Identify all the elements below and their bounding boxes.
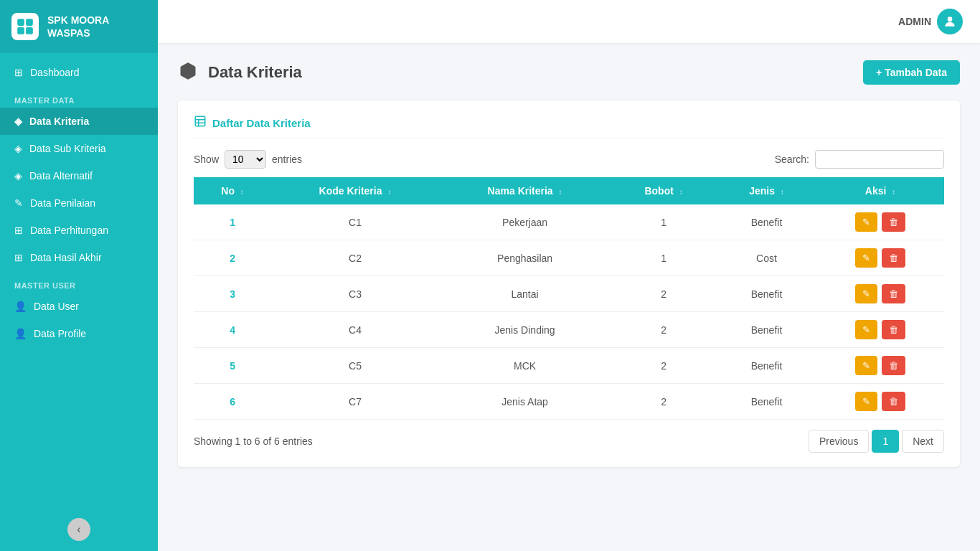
edit-button[interactable]: ✎ (855, 284, 877, 303)
delete-button[interactable]: 🗑 (882, 284, 905, 303)
sort-icon-jenis: ↕ (781, 188, 784, 196)
cell-nama: Jenis Dinding (439, 312, 611, 348)
sidebar-label-data-profile: Data Profile (34, 328, 86, 339)
table-footer: Showing 1 to 6 of 6 entries Previous 1 N… (194, 430, 944, 453)
sidebar-label-data-user: Data User (34, 301, 79, 312)
show-entries: Show 10 25 50 100 entries (194, 150, 302, 169)
sidebar-item-data-penilaian[interactable]: ✎ Data Penilaian (0, 189, 158, 217)
sidebar-collapse[interactable]: ‹ (0, 508, 158, 551)
app-name: SPK MOORAWASPAS (47, 14, 109, 39)
hasil-icon: ⊞ (14, 252, 23, 263)
sidebar-item-data-user[interactable]: 👤 Data User (0, 293, 158, 320)
sidebar-item-dashboard[interactable]: ⊞ Dashboard (0, 59, 158, 86)
cell-no: 2 (194, 240, 271, 276)
sidebar-item-data-kriteria[interactable]: ◈ Data Kriteria (0, 108, 158, 135)
cell-bobot: 1 (611, 204, 717, 240)
sort-icon-no: ↕ (240, 188, 244, 196)
page-1-button[interactable]: 1 (872, 430, 899, 453)
cell-bobot: 2 (611, 276, 717, 312)
delete-button[interactable]: 🗑 (882, 356, 905, 375)
username-label: ADMIN (898, 16, 931, 27)
cell-bobot: 1 (611, 240, 717, 276)
edit-button[interactable]: ✎ (855, 320, 877, 339)
add-data-button[interactable]: + Tambah Data (863, 60, 960, 85)
cell-nama: MCK (439, 348, 611, 384)
sidebar-item-data-hasil-akhir[interactable]: ⊞ Data Hasil Akhir (0, 244, 158, 271)
cell-bobot: 2 (611, 312, 717, 348)
cell-kode: C4 (271, 312, 439, 348)
col-no: No ↕ (194, 177, 271, 204)
data-table: No ↕ Kode Kriteria ↕ Nama Kriteria ↕ B (194, 177, 944, 420)
svg-rect-0 (17, 19, 24, 26)
collapse-circle-btn[interactable]: ‹ (67, 518, 90, 541)
col-aksi: Aksi ↕ (816, 177, 944, 204)
sidebar-logo: SPK MOORAWASPAS (0, 0, 158, 53)
avatar (937, 9, 963, 34)
cell-bobot: 2 (611, 348, 717, 384)
card-title: Daftar Data Kriteria (212, 117, 311, 129)
previous-button[interactable]: Previous (809, 430, 869, 453)
cell-no: 5 (194, 348, 271, 384)
content-area: Data Kriteria + Tambah Data Daftar Data … (158, 43, 980, 551)
topbar-user: ADMIN (898, 9, 963, 34)
entries-select[interactable]: 10 25 50 100 (225, 150, 266, 169)
delete-button[interactable]: 🗑 (882, 248, 905, 268)
table-controls: Show 10 25 50 100 entries Search: (194, 150, 944, 169)
cell-kode: C7 (271, 384, 439, 420)
page-header: Data Kriteria + Tambah Data (178, 60, 960, 85)
cell-no: 6 (194, 384, 271, 420)
cell-kode: C3 (271, 276, 439, 312)
delete-button[interactable]: 🗑 (882, 320, 905, 339)
sidebar-item-data-profile[interactable]: 👤 Data Profile (0, 320, 158, 347)
search-input[interactable] (815, 150, 944, 169)
cell-jenis: Cost (717, 240, 816, 276)
edit-button[interactable]: ✎ (855, 356, 877, 375)
table-row: 3 C3 Lantai 2 Benefit ✎ 🗑 (194, 276, 944, 312)
cell-aksi: ✎ 🗑 (816, 312, 944, 348)
table-row: 5 C5 MCK 2 Benefit ✎ 🗑 (194, 348, 944, 384)
sort-icon-nama: ↕ (559, 188, 562, 196)
table-icon (194, 115, 207, 131)
cell-aksi: ✎ 🗑 (816, 204, 944, 240)
logo-icon (11, 13, 39, 40)
next-button[interactable]: Next (902, 430, 944, 453)
cell-aksi: ✎ 🗑 (816, 276, 944, 312)
sidebar-item-data-perhitungan[interactable]: ⊞ Data Perhitungan (0, 217, 158, 244)
sidebar-label-data-alternatif: Data Alternatif (29, 170, 93, 182)
delete-button[interactable]: 🗑 (882, 212, 905, 232)
perhitungan-icon: ⊞ (14, 225, 23, 236)
table-body: 1 C1 Pekerjaan 1 Benefit ✎ 🗑 2 C2 Pengha… (194, 204, 944, 420)
pagination: Previous 1 Next (809, 430, 944, 453)
page-title-wrap: Data Kriteria (178, 61, 302, 84)
cell-nama: Pekerjaan (439, 204, 611, 240)
sidebar-nav: ⊞ Dashboard MASTER DATA ◈ Data Kriteria … (0, 53, 158, 508)
page-title-icon (178, 61, 201, 84)
edit-button[interactable]: ✎ (855, 212, 877, 232)
sidebar-label-dashboard: Dashboard (30, 67, 80, 78)
table-row: 4 C4 Jenis Dinding 2 Benefit ✎ 🗑 (194, 312, 944, 348)
delete-button[interactable]: 🗑 (882, 392, 905, 411)
edit-button[interactable]: ✎ (855, 248, 877, 268)
sidebar-item-data-sub-kriteria[interactable]: ◈ Data Sub Kriteria (0, 135, 158, 162)
svg-rect-3 (26, 27, 33, 34)
topbar: ADMIN (158, 0, 980, 43)
data-kriteria-card: Daftar Data Kriteria Show 10 25 50 100 e… (178, 100, 960, 467)
col-bobot: Bobot ↕ (611, 177, 717, 204)
sidebar-label-data-sub-kriteria: Data Sub Kriteria (29, 143, 106, 154)
cell-jenis: Benefit (717, 348, 816, 384)
cell-no: 3 (194, 276, 271, 312)
cell-kode: C1 (271, 204, 439, 240)
sidebar-label-data-kriteria: Data Kriteria (29, 116, 89, 127)
main-content: ADMIN Data Kriteria + Tambah Data D (158, 0, 980, 551)
edit-button[interactable]: ✎ (855, 392, 877, 411)
page-title: Data Kriteria (208, 63, 302, 82)
col-nama: Nama Kriteria ↕ (439, 177, 611, 204)
svg-rect-5 (195, 116, 205, 126)
dashboard-icon: ⊞ (14, 67, 23, 78)
sidebar-item-data-alternatif[interactable]: ◈ Data Alternatif (0, 162, 158, 189)
cell-jenis: Benefit (717, 204, 816, 240)
section-master-data: MASTER DATA (0, 86, 158, 108)
search-label: Search: (775, 154, 809, 165)
sort-icon-aksi: ↕ (892, 188, 895, 196)
cell-nama: Penghasilan (439, 240, 611, 276)
